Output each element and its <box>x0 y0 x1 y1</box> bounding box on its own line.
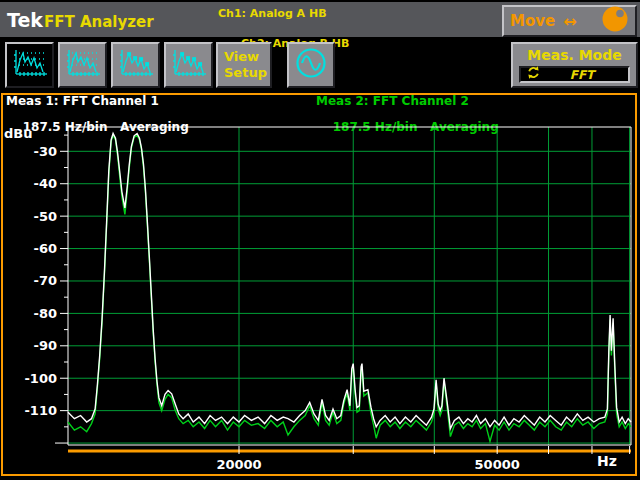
fft-analyzer-screen: Tek FFT Analyzer Ch1: Analog A HB Ch2: A… <box>0 0 640 480</box>
y-tick-label: -70 <box>34 273 58 288</box>
plot-border <box>68 127 631 445</box>
y-tick-label: -110 <box>24 403 57 418</box>
y-tick-label: -60 <box>34 241 58 256</box>
y-tick-label: -90 <box>34 338 58 353</box>
x-tick-label: 20000 <box>216 457 261 472</box>
y-tick-label: -40 <box>34 176 58 191</box>
y-tick-label: -50 <box>34 209 58 224</box>
meas2-trace <box>68 135 631 441</box>
fft-spectrum-chart: -30-40-50-60-70-80-90-100-1102000050000 <box>0 0 640 480</box>
y-tick-label: -80 <box>34 306 58 321</box>
y-tick-label: -30 <box>34 144 58 159</box>
x-tick-label: 50000 <box>475 457 520 472</box>
y-tick-label: -100 <box>24 371 57 386</box>
